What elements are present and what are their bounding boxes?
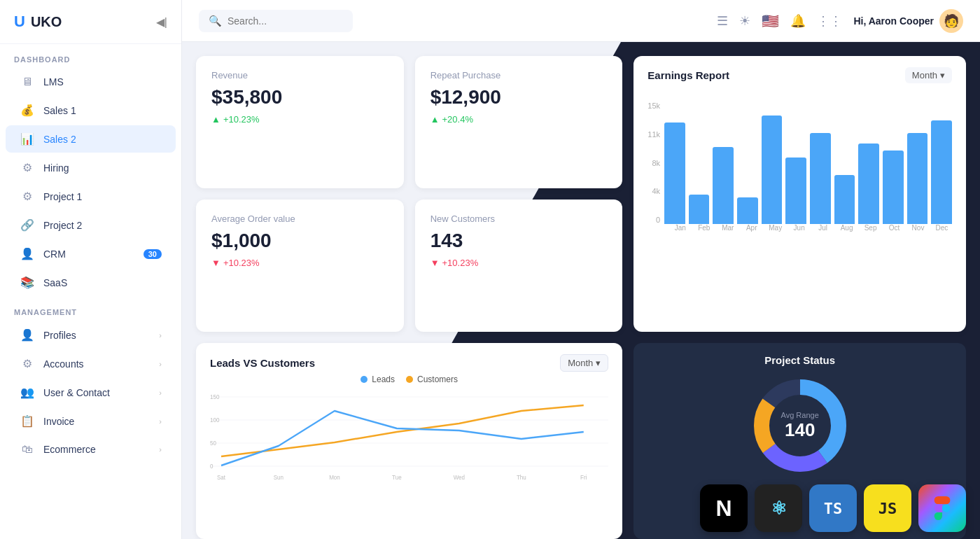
lms-icon: 🖥 [20,76,35,88]
repeat-purchase-card: Repeat Purchase $12,900 ▲ +20.4% [415,56,623,188]
chevron-right-icon: › [159,388,162,397]
search-input[interactable] [227,15,332,27]
bar-label: Nov [908,224,928,232]
chevron-right-icon: › [159,445,162,454]
sidebar-item-project1[interactable]: ⚙ Project 1 [6,183,176,210]
sidebar-item-lms[interactable]: 🖥 LMS [6,69,176,95]
sales2-icon: 📊 [20,132,35,146]
sidebar-item-label: CRM [43,248,66,260]
chevron-right-icon: › [159,360,162,368]
sales1-icon: 💰 [20,104,35,117]
sidebar-item-label: Accounts [43,358,84,370]
down-arrow-icon: ▼ [430,258,440,268]
sidebar-item-ecommerce[interactable]: 🛍 Ecommerce › [6,436,176,463]
bar-label: Mar [718,224,738,232]
svg-text:Tue: Tue [392,473,402,480]
invoice-icon: 📋 [20,414,35,428]
leads-filter-button[interactable]: Month ▾ [560,354,608,372]
svg-text:Sun: Sun [274,473,284,480]
sidebar-item-accounts[interactable]: ⚙ Accounts › [6,350,176,377]
leads-title: Leads VS Customers [210,357,315,369]
chevron-down-icon: ▾ [940,70,945,80]
bar-Oct [883,150,904,224]
theme-icon[interactable]: ☀ [739,13,750,29]
svg-text:100: 100 [210,416,220,424]
profiles-icon: 👤 [20,328,35,342]
project-status-title: Project Status [764,354,835,366]
bar-Feb [689,195,710,224]
sidebar-item-label: Project 1 [43,191,82,202]
app-name: UKO [31,14,62,30]
leads-dot [360,376,368,383]
customers-dot [406,376,413,383]
sidebar-item-label: Sales 1 [43,105,76,116]
leads-line-chart: 150 100 50 0 Sat Sun Mon Tue Wed Thu Fri [210,390,608,481]
donut-chart: Avg Range 140 [748,373,853,478]
legend-leads: Leads [360,374,395,384]
section-management-label: MANAGEMENT [0,297,181,321]
user-contact-icon: 👥 [20,386,35,399]
search-icon: 🔍 [209,15,222,27]
bar-label: Dec [932,224,952,232]
bar-label: Jul [813,224,833,232]
sidebar-item-invoice[interactable]: 📋 Invoice › [6,407,176,435]
svg-text:50: 50 [210,439,216,447]
crm-icon: 👤 [20,247,35,260]
bell-icon[interactable]: 🔔 [790,13,806,29]
svg-text:0: 0 [210,462,214,470]
bar-label: Apr [741,224,762,232]
sidebar-item-label: LMS [43,76,64,88]
search-box[interactable]: 🔍 [199,10,353,32]
revenue-card: Revenue $35,800 ▲ +10.23% [196,56,404,188]
sidebar-item-project2[interactable]: 🔗 Project 2 [6,211,176,239]
grid-icon[interactable]: ⋮⋮ [817,13,842,29]
revenue-value: $35,800 [211,86,388,108]
earnings-filter-button[interactable]: Month ▾ [905,67,952,83]
bar-May [762,115,783,224]
logo: U UKO [14,13,62,31]
repeat-value: $12,900 [430,86,608,108]
figma-logo [918,484,966,532]
sidebar-item-user-contact[interactable]: 👥 User & Contact › [6,379,176,406]
sidebar-item-crm[interactable]: 👤 CRM 30 [6,240,176,267]
chevron-right-icon: › [159,417,162,426]
chevron-down-icon: ▾ [596,358,601,368]
sidebar-item-sales2[interactable]: 📊 Sales 2 [6,125,176,153]
up-arrow-icon: ▲ [430,114,440,125]
section-dashboard-label: DASHBOARD [0,44,181,68]
avg-order-card: Average Order value $1,000 ▼ +10.23% [196,200,404,332]
bar-Mar [713,147,734,224]
sidebar-item-label: Project 2 [43,220,82,231]
svg-text:Mon: Mon [329,473,340,480]
sidebar-collapse-button[interactable]: ◀| [156,15,167,29]
sidebar: U UKO ◀| DASHBOARD 🖥 LMS 💰 Sales 1 📊 Sal… [0,0,182,539]
sidebar-item-label: SaaS [43,277,67,288]
dashboard-grid: Revenue $35,800 ▲ +10.23% Repeat Purchas… [182,42,980,539]
repeat-change: ▲ +20.4% [430,114,608,125]
bar-Jan [664,122,685,224]
bar-label: Jun [789,224,809,232]
repeat-label: Repeat Purchase [430,70,608,80]
sidebar-item-label: User & Contact [43,387,110,398]
saas-icon: 📚 [20,276,35,289]
down-arrow-icon: ▼ [211,258,220,268]
menu-icon[interactable]: ☰ [717,13,728,29]
user-menu[interactable]: Hi, Aaron Cooper 🧑 [853,9,963,33]
avg-order-change: ▼ +10.23% [211,258,388,268]
chevron-right-icon: › [159,331,162,340]
svg-text:150: 150 [210,393,220,400]
sidebar-item-hiring[interactable]: ⚙ Hiring [6,154,176,181]
earnings-bar-chart: 15k 11k 8k 4k 0 JanFebMarAprMayJunJulAug… [648,92,952,232]
project2-icon: 🔗 [20,218,35,232]
crm-badge: 30 [144,249,162,259]
sidebar-item-sales1[interactable]: 💰 Sales 1 [6,97,176,124]
accounts-icon: ⚙ [20,357,35,370]
new-customers-change: ▼ +10.23% [430,258,608,268]
js-logo: JS [864,484,911,532]
user-greeting: Hi, Aaron Cooper [853,15,934,27]
earnings-card: Earnings Report Month ▾ 15k 11k 8k 4k [634,56,966,332]
sidebar-item-saas[interactable]: 📚 SaaS [6,269,176,296]
sidebar-item-profiles[interactable]: 👤 Profiles › [6,321,176,349]
flag-icon[interactable]: 🇺🇸 [762,13,779,29]
leads-chart-card: Leads VS Customers Month ▾ Leads Custome… [196,343,622,539]
